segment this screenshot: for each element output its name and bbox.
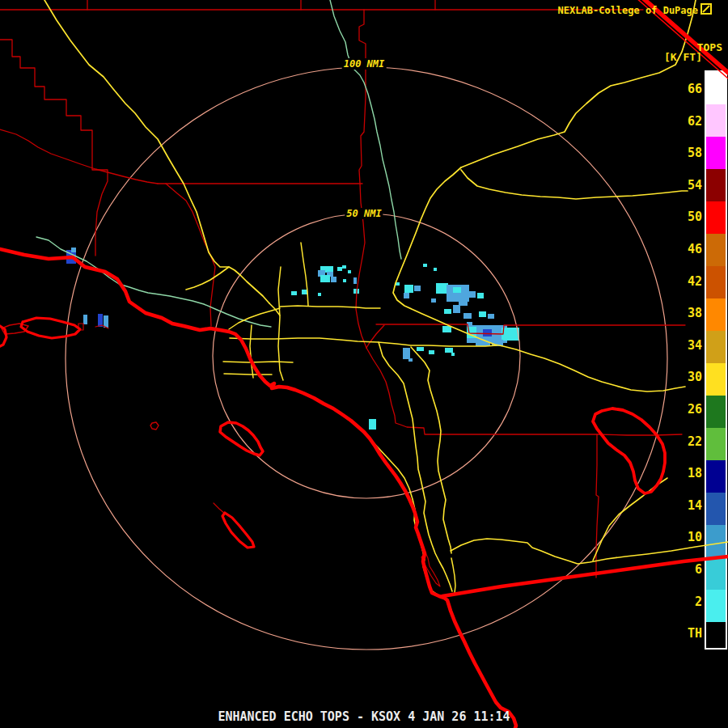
- santabarbara-island: [150, 422, 159, 430]
- county-connector: [366, 325, 384, 348]
- radar-echo-cyan-22: [453, 287, 461, 293]
- road-grid-vertical-1: [278, 267, 283, 380]
- range-ring-100nmi: [66, 67, 667, 650]
- highway-ne-branch: [593, 478, 667, 561]
- left-edge-island: [0, 326, 6, 346]
- radar-echo-blue-40: [403, 348, 410, 359]
- radar-echo-blue-48: [71, 248, 76, 252]
- county-riverside-horizontal: [376, 324, 685, 334]
- road-grid-link: [269, 303, 280, 315]
- range-ring-label-100nmi: 100 NMI: [342, 58, 387, 70]
- radar-echo-cyan-43: [429, 350, 434, 354]
- road-north-stub: [301, 243, 308, 306]
- radar-echo-cyan-46: [369, 419, 376, 430]
- radar-echo-cyan-30: [479, 311, 486, 317]
- radar-echo-cyan-10: [291, 291, 297, 295]
- radar-echo-cyan-14: [404, 285, 413, 293]
- radar-echo-blue-16: [404, 293, 409, 298]
- radar-echo-navy-37: [483, 329, 492, 336]
- road-grid-horizontal-2: [223, 362, 293, 362]
- colorbar-units: [K FT]: [664, 51, 702, 63]
- river-mojave: [330, 0, 401, 259]
- road-basin-upper: [280, 306, 380, 308]
- road-palosverdes: [229, 308, 280, 329]
- radar-echo-blue-29: [463, 313, 472, 319]
- radar-echo-blue-28: [453, 305, 460, 313]
- radar-echo-blue-51: [104, 315, 108, 328]
- road-grid-horizontal-3: [224, 374, 272, 375]
- radar-echo-cyan-33: [442, 326, 451, 332]
- highway-border-spur: [451, 558, 455, 593]
- radar-echo-cyan-45: [451, 353, 455, 356]
- radar-display: 66625854504642383430262218141062TH 100 N…: [0, 0, 728, 728]
- radar-echo-cyan-44: [445, 348, 453, 353]
- range-ring-label-50nmi: 50 NMI: [345, 208, 383, 219]
- brand-header: NEXLAB-College of DuPage: [558, 3, 712, 17]
- radar-echo-cyan-19: [434, 268, 437, 271]
- sanclemente-island: [222, 513, 254, 548]
- college-of-dupage-logo-icon: [700, 3, 712, 17]
- county-imperial-vertical: [596, 434, 599, 578]
- radar-echo-cyan-20: [436, 283, 448, 294]
- radar-echo-cyan-5: [337, 267, 342, 271]
- road-grid-vertical-2: [250, 325, 253, 378]
- county-ventura-wiggle: [0, 129, 158, 184]
- radar-echo-blue-26: [431, 298, 436, 303]
- radar-map: [0, 0, 728, 728]
- highway-east-wavy: [461, 170, 688, 199]
- radar-echo-cyan-36: [502, 328, 519, 341]
- radar-echo-cyan-3: [320, 275, 330, 282]
- radar-echo-blue-8: [353, 277, 357, 284]
- radar-echo-cyan-24: [477, 293, 484, 298]
- highway-i5-coastal: [345, 417, 444, 598]
- highway-ortega-se: [393, 167, 685, 392]
- radar-echo-blue-31: [488, 314, 494, 319]
- sanclemente-tail: [214, 503, 225, 514]
- radar-echo-blue-49: [83, 315, 87, 324]
- radar-echo-cyan-9: [302, 290, 307, 294]
- radar-echo-cyan-18: [423, 264, 427, 267]
- radar-echo-cyan-13: [343, 279, 346, 282]
- santacruz-island: [21, 318, 80, 338]
- county-staircase-kern: [0, 40, 108, 256]
- radar-echo-cyan-27: [444, 309, 451, 314]
- highway-ne-corner: [461, 0, 696, 167]
- radar-echo-cyan-7: [348, 270, 351, 273]
- county-riverside-sd-east: [366, 348, 682, 435]
- county-orange-diag: [166, 184, 215, 326]
- radar-echo-blue-41: [408, 358, 413, 362]
- radar-echo-blue-4: [331, 277, 336, 282]
- brand-text: NEXLAB-College of DuPage: [558, 5, 698, 16]
- highway-nw-spur: [186, 267, 229, 290]
- radar-echo-cyan-6: [342, 265, 346, 269]
- radar-echo-blue-23: [469, 291, 476, 298]
- radar-echo-cyan-42: [417, 347, 424, 351]
- product-status-line: ENHANCED ECHO TOPS - KSOX 4 JAN 26 11:14: [0, 709, 728, 724]
- radar-echo-cyan-11: [318, 293, 321, 296]
- salton-sea: [593, 408, 665, 493]
- radar-echo-blue-15: [414, 286, 421, 291]
